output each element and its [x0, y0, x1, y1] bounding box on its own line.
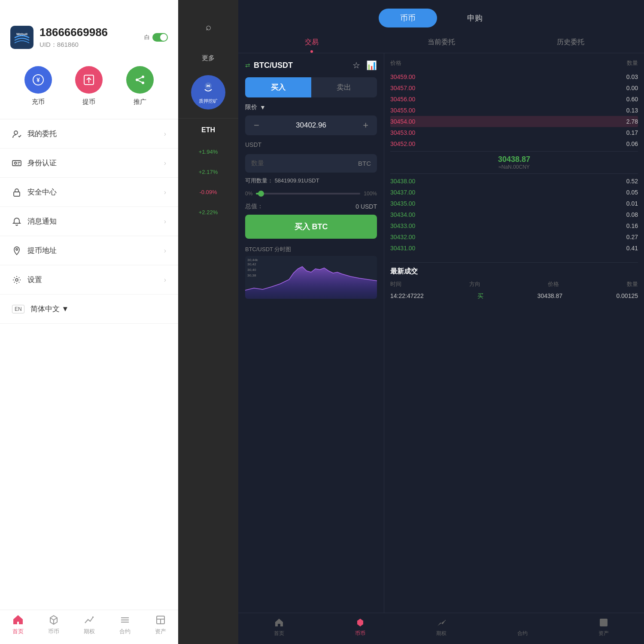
action-btn-promote[interactable]: 推广	[126, 66, 154, 106]
ob-buy-price-2: 30435.00	[390, 200, 415, 207]
amount-slider[interactable]	[256, 193, 360, 194]
action-btn-deposit[interactable]: ¥ 充币	[24, 66, 52, 106]
ob-sell-price-0: 30459.00	[390, 73, 415, 80]
qty-input[interactable]: 数量 BTC	[245, 154, 377, 173]
right-nav-options[interactable]: 期权	[401, 617, 482, 637]
right-nav-options-label: 期权	[436, 630, 447, 637]
deposit-icon-circle: ¥	[24, 66, 52, 94]
menu-item-kyc[interactable]: 身份认证 ›	[0, 149, 178, 178]
left-nav-home[interactable]: 首页	[0, 614, 36, 635]
ob-sell-price-5: 30453.00	[390, 129, 415, 136]
sub-tabs: 交易 当前委托 历史委托	[238, 32, 644, 53]
mining-label: 质押挖矿	[199, 98, 218, 104]
subtab-open-orders[interactable]: 当前委托	[377, 32, 506, 53]
left-nav-coin[interactable]: 币币	[36, 614, 71, 635]
orders-arrow: ›	[164, 130, 166, 138]
price-decrease-button[interactable]: −	[251, 120, 262, 131]
svg-rect-0	[10, 26, 33, 49]
user-phone: 18666669986	[39, 26, 138, 39]
right-nav-futures[interactable]: 合约	[482, 617, 563, 637]
left-nav-assets-label: 资产	[155, 628, 166, 635]
right-top-tabs: 币币 申购	[238, 0, 644, 32]
withdraw-icon-circle	[75, 66, 103, 94]
menu-item-security[interactable]: 安全中心 ›	[0, 178, 178, 207]
ob-sell-price-1: 30457.00	[390, 85, 415, 91]
ob-sell-qty-0: 0.03	[626, 73, 638, 80]
pair-header: ⇄ BTC/USDT ☆ 📊	[245, 60, 377, 70]
address-arrow: ›	[164, 247, 166, 255]
middle-panel: ⌕ 更多 质押挖矿 ETH +1.94% +2.17% -0.09% +2.22…	[178, 0, 238, 644]
ob-buy-price-5: 30432.00	[390, 234, 415, 240]
ob-buy-row-5: 30432.00 0.27	[390, 231, 638, 243]
left-nav-futures-label: 合约	[119, 628, 131, 635]
left-panel: Webull 18666669986 UID：861860 白 ¥	[0, 0, 178, 644]
orders-label: 我的委托	[27, 129, 57, 139]
ob-sell-qty-5: 0.17	[626, 129, 638, 136]
security-arrow: ›	[164, 188, 166, 196]
right-futures-icon	[517, 617, 528, 628]
price-value[interactable]: 30402.96	[266, 121, 356, 130]
ob-buy-price-3: 30434.00	[390, 211, 415, 218]
chevron-down-icon: ▼	[260, 104, 266, 111]
menu-item-settings[interactable]: 设置 ›	[0, 265, 178, 295]
action-btn-withdraw[interactable]: 提币	[75, 66, 103, 106]
buy-button[interactable]: 买入 BTC	[245, 215, 377, 239]
bell-icon	[12, 217, 21, 226]
ob-buy-qty-2: 0.01	[626, 200, 638, 207]
ob-sell-row-3: 30455.00 0.13	[390, 105, 638, 116]
lt-qty-col: 数量	[627, 280, 638, 288]
left-nav-futures[interactable]: 合约	[107, 614, 143, 635]
home-icon	[12, 614, 24, 626]
eth-coin[interactable]: ETH	[178, 118, 238, 142]
coin-nav-icon	[48, 614, 59, 626]
right-nav-assets[interactable]: 资产	[563, 617, 644, 637]
menu-item-notifications[interactable]: 消息通知 ›	[0, 207, 178, 236]
total-row: 总值： 0 USDT	[245, 203, 377, 210]
ob-sell-qty-4: 2.78	[626, 118, 638, 125]
star-icon[interactable]: ☆	[352, 60, 360, 70]
lt-price-col: 价格	[548, 280, 559, 288]
ob-buy-row-2: 30435.00 0.01	[390, 198, 638, 209]
options-icon	[84, 614, 95, 626]
lock-icon	[12, 188, 21, 197]
svg-text:30,38: 30,38	[247, 273, 256, 277]
subtab-trade[interactable]: 交易	[247, 32, 377, 53]
left-nav-options-label: 期权	[84, 628, 95, 635]
buy-tab[interactable]: 买入	[245, 77, 311, 97]
limit-selector[interactable]: 限价 ▼	[245, 103, 377, 111]
language-label: 简体中文 ▼	[30, 304, 69, 314]
left-nav-options[interactable]: 期权	[71, 614, 107, 635]
search-icon[interactable]: ⌕	[206, 21, 211, 33]
share-icon	[134, 73, 146, 86]
sell-tab[interactable]: 卖出	[311, 77, 377, 97]
tab-ipo[interactable]: 申购	[446, 9, 504, 27]
mining-button[interactable]: 质押挖矿	[191, 75, 225, 109]
svg-text:¥: ¥	[36, 76, 40, 83]
deposit-icon: ¥	[32, 73, 45, 86]
right-nav-home[interactable]: 首页	[238, 617, 319, 637]
right-bottom-nav: 首页 币币 期权	[238, 613, 644, 644]
tab-coin[interactable]: 币币	[379, 9, 437, 27]
left-nav-assets[interactable]: 资产	[143, 614, 178, 635]
ob-buy-row-0: 30438.00 0.52	[390, 176, 638, 187]
subtab-history[interactable]: 历史委托	[506, 32, 635, 53]
chart-icon[interactable]: 📊	[366, 60, 377, 70]
security-label: 安全中心	[27, 187, 57, 197]
assets-icon	[155, 614, 166, 626]
ob-sell-row-0: 30459.00 0.03	[390, 71, 638, 82]
ob-mid: 30438.87 ≈NaN.00CNY	[390, 151, 638, 174]
action-buttons: ¥ 充币 提币	[0, 58, 178, 110]
right-nav-coin[interactable]: 币币	[319, 617, 401, 637]
lt-price-0: 30438.87	[538, 292, 562, 300]
ob-mid-price: 30438.87	[390, 155, 638, 164]
latest-trades: 最新成交 时间 方向 价格 数量 14:22:47222 买 30438.87 …	[390, 262, 638, 306]
price-increase-button[interactable]: +	[360, 120, 371, 131]
menu-item-language[interactable]: EN 简体中文 ▼	[0, 295, 178, 324]
toggle-track[interactable]	[152, 33, 168, 42]
theme-toggle[interactable]: 白	[144, 33, 168, 42]
menu-item-orders[interactable]: 我的委托 ›	[0, 119, 178, 149]
right-panel: 币币 申购 交易 当前委托 历史委托 ⇄ BTC/USDT ☆ 📊	[238, 0, 644, 644]
settings-arrow: ›	[164, 276, 166, 284]
menu-item-address[interactable]: 提币地址 ›	[0, 236, 178, 265]
right-nav-home-label: 首页	[274, 630, 284, 637]
